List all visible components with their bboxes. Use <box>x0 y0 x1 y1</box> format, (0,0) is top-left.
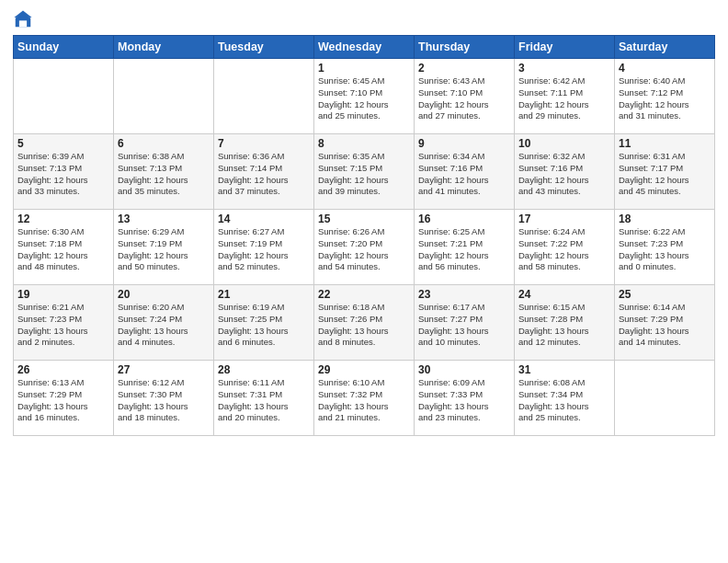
weekday-thursday: Thursday <box>415 36 515 59</box>
day-info: Sunrise: 6:27 AM Sunset: 7:19 PM Dayligh… <box>218 226 310 273</box>
day-info: Sunrise: 6:30 AM Sunset: 7:18 PM Dayligh… <box>17 226 109 273</box>
day-number: 28 <box>218 363 310 376</box>
weekday-tuesday: Tuesday <box>214 36 314 59</box>
day-info: Sunrise: 6:42 AM Sunset: 7:11 PM Dayligh… <box>518 75 610 122</box>
day-cell: 8Sunrise: 6:35 AM Sunset: 7:15 PM Daylig… <box>314 134 415 210</box>
day-info: Sunrise: 6:20 AM Sunset: 7:24 PM Dayligh… <box>118 302 210 349</box>
day-info: Sunrise: 6:29 AM Sunset: 7:19 PM Dayligh… <box>118 226 210 273</box>
day-number: 6 <box>118 137 210 150</box>
day-cell: 16Sunrise: 6:25 AM Sunset: 7:21 PM Dayli… <box>415 210 515 285</box>
day-cell: 4Sunrise: 6:40 AM Sunset: 7:12 PM Daylig… <box>615 59 715 134</box>
day-number: 30 <box>418 363 510 376</box>
week-row-3: 19Sunrise: 6:21 AM Sunset: 7:23 PM Dayli… <box>14 285 715 361</box>
day-number: 1 <box>318 62 410 75</box>
day-cell: 1Sunrise: 6:45 AM Sunset: 7:10 PM Daylig… <box>314 59 415 134</box>
day-cell: 10Sunrise: 6:32 AM Sunset: 7:16 PM Dayli… <box>515 134 615 210</box>
day-info: Sunrise: 6:25 AM Sunset: 7:21 PM Dayligh… <box>418 226 510 273</box>
day-number: 29 <box>318 363 410 376</box>
day-number: 20 <box>118 288 210 301</box>
day-info: Sunrise: 6:18 AM Sunset: 7:26 PM Dayligh… <box>318 302 410 349</box>
day-number: 4 <box>619 62 711 75</box>
day-number: 12 <box>17 213 109 225</box>
day-info: Sunrise: 6:45 AM Sunset: 7:10 PM Dayligh… <box>318 75 410 122</box>
day-number: 13 <box>118 213 210 225</box>
day-info: Sunrise: 6:24 AM Sunset: 7:22 PM Dayligh… <box>518 226 610 273</box>
week-row-4: 26Sunrise: 6:13 AM Sunset: 7:29 PM Dayli… <box>14 361 715 436</box>
weekday-friday: Friday <box>515 36 615 59</box>
day-info: Sunrise: 6:39 AM Sunset: 7:13 PM Dayligh… <box>17 151 109 198</box>
day-number: 17 <box>518 213 610 225</box>
day-number: 18 <box>619 213 711 225</box>
weekday-saturday: Saturday <box>615 36 715 59</box>
day-cell <box>14 59 114 134</box>
day-number: 19 <box>17 288 109 301</box>
day-info: Sunrise: 6:19 AM Sunset: 7:25 PM Dayligh… <box>218 302 310 349</box>
logo-icon <box>13 9 33 29</box>
day-number: 3 <box>518 62 610 75</box>
week-row-2: 12Sunrise: 6:30 AM Sunset: 7:18 PM Dayli… <box>14 210 715 285</box>
day-info: Sunrise: 6:38 AM Sunset: 7:13 PM Dayligh… <box>118 151 210 198</box>
day-cell: 3Sunrise: 6:42 AM Sunset: 7:11 PM Daylig… <box>515 59 615 134</box>
day-cell: 15Sunrise: 6:26 AM Sunset: 7:20 PM Dayli… <box>314 210 415 285</box>
day-cell: 22Sunrise: 6:18 AM Sunset: 7:26 PM Dayli… <box>314 285 415 361</box>
day-number: 11 <box>619 137 711 150</box>
day-info: Sunrise: 6:35 AM Sunset: 7:15 PM Dayligh… <box>318 151 410 198</box>
day-info: Sunrise: 6:22 AM Sunset: 7:23 PM Dayligh… <box>619 226 711 273</box>
day-number: 21 <box>218 288 310 301</box>
day-number: 10 <box>518 137 610 150</box>
day-number: 27 <box>118 363 210 376</box>
day-number: 25 <box>619 288 711 301</box>
day-cell: 2Sunrise: 6:43 AM Sunset: 7:10 PM Daylig… <box>415 59 515 134</box>
day-info: Sunrise: 6:08 AM Sunset: 7:34 PM Dayligh… <box>518 377 610 424</box>
day-info: Sunrise: 6:17 AM Sunset: 7:27 PM Dayligh… <box>418 302 510 349</box>
calendar: SundayMondayTuesdayWednesdayThursdayFrid… <box>13 35 715 436</box>
day-number: 9 <box>418 137 510 150</box>
day-number: 8 <box>318 137 410 150</box>
day-cell: 17Sunrise: 6:24 AM Sunset: 7:22 PM Dayli… <box>515 210 615 285</box>
day-cell: 19Sunrise: 6:21 AM Sunset: 7:23 PM Dayli… <box>14 285 114 361</box>
day-info: Sunrise: 6:13 AM Sunset: 7:29 PM Dayligh… <box>17 377 109 424</box>
day-info: Sunrise: 6:11 AM Sunset: 7:31 PM Dayligh… <box>218 377 310 424</box>
day-cell: 29Sunrise: 6:10 AM Sunset: 7:32 PM Dayli… <box>314 361 415 436</box>
day-cell: 30Sunrise: 6:09 AM Sunset: 7:33 PM Dayli… <box>415 361 515 436</box>
day-number: 5 <box>17 137 109 150</box>
day-number: 7 <box>218 137 310 150</box>
day-info: Sunrise: 6:43 AM Sunset: 7:10 PM Dayligh… <box>418 75 510 122</box>
weekday-monday: Monday <box>114 36 214 59</box>
day-cell: 12Sunrise: 6:30 AM Sunset: 7:18 PM Dayli… <box>14 210 114 285</box>
weekday-header-row: SundayMondayTuesdayWednesdayThursdayFrid… <box>14 36 715 59</box>
day-info: Sunrise: 6:31 AM Sunset: 7:17 PM Dayligh… <box>619 151 711 198</box>
day-cell <box>114 59 214 134</box>
day-cell: 26Sunrise: 6:13 AM Sunset: 7:29 PM Dayli… <box>14 361 114 436</box>
day-cell: 27Sunrise: 6:12 AM Sunset: 7:30 PM Dayli… <box>114 361 214 436</box>
week-row-1: 5Sunrise: 6:39 AM Sunset: 7:13 PM Daylig… <box>14 134 715 210</box>
day-info: Sunrise: 6:14 AM Sunset: 7:29 PM Dayligh… <box>619 302 711 349</box>
day-cell: 13Sunrise: 6:29 AM Sunset: 7:19 PM Dayli… <box>114 210 214 285</box>
day-info: Sunrise: 6:12 AM Sunset: 7:30 PM Dayligh… <box>118 377 210 424</box>
day-cell: 31Sunrise: 6:08 AM Sunset: 7:34 PM Dayli… <box>515 361 615 436</box>
day-cell <box>214 59 314 134</box>
day-number: 14 <box>218 213 310 225</box>
logo <box>13 9 37 29</box>
day-info: Sunrise: 6:15 AM Sunset: 7:28 PM Dayligh… <box>518 302 610 349</box>
day-info: Sunrise: 6:40 AM Sunset: 7:12 PM Dayligh… <box>619 75 711 122</box>
day-cell: 23Sunrise: 6:17 AM Sunset: 7:27 PM Dayli… <box>415 285 515 361</box>
day-number: 31 <box>518 363 610 376</box>
day-number: 2 <box>418 62 510 75</box>
day-cell: 25Sunrise: 6:14 AM Sunset: 7:29 PM Dayli… <box>615 285 715 361</box>
day-info: Sunrise: 6:32 AM Sunset: 7:16 PM Dayligh… <box>518 151 610 198</box>
day-info: Sunrise: 6:34 AM Sunset: 7:16 PM Dayligh… <box>418 151 510 198</box>
day-cell: 21Sunrise: 6:19 AM Sunset: 7:25 PM Dayli… <box>214 285 314 361</box>
day-cell: 11Sunrise: 6:31 AM Sunset: 7:17 PM Dayli… <box>615 134 715 210</box>
week-row-0: 1Sunrise: 6:45 AM Sunset: 7:10 PM Daylig… <box>14 59 715 134</box>
day-number: 16 <box>418 213 510 225</box>
svg-rect-2 <box>19 20 27 27</box>
day-number: 26 <box>17 363 109 376</box>
page: SundayMondayTuesdayWednesdayThursdayFrid… <box>0 0 728 563</box>
day-cell: 5Sunrise: 6:39 AM Sunset: 7:13 PM Daylig… <box>14 134 114 210</box>
day-cell: 20Sunrise: 6:20 AM Sunset: 7:24 PM Dayli… <box>114 285 214 361</box>
day-info: Sunrise: 6:36 AM Sunset: 7:14 PM Dayligh… <box>218 151 310 198</box>
header <box>13 9 715 29</box>
day-cell: 6Sunrise: 6:38 AM Sunset: 7:13 PM Daylig… <box>114 134 214 210</box>
day-cell: 9Sunrise: 6:34 AM Sunset: 7:16 PM Daylig… <box>415 134 515 210</box>
